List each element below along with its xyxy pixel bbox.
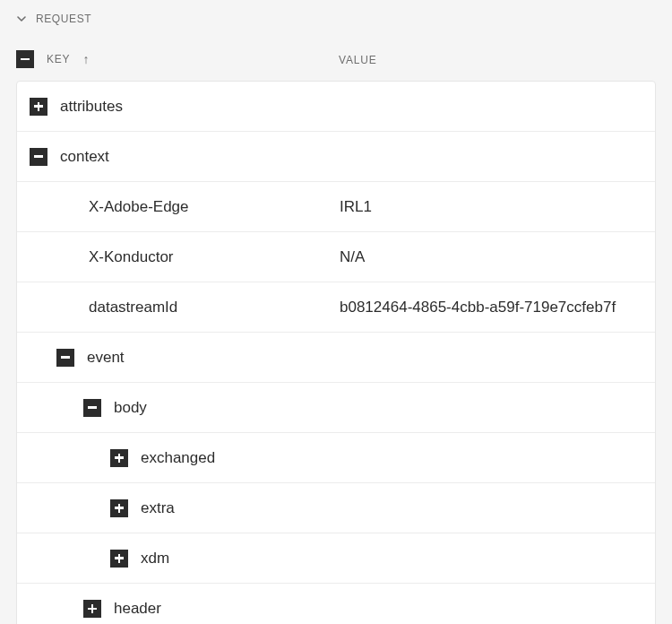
- tree-key: body: [114, 399, 147, 417]
- table-columns-header: KEY ↑ VALUE: [0, 38, 672, 81]
- expand-icon[interactable]: [110, 449, 128, 467]
- expand-icon[interactable]: [30, 98, 47, 116]
- tree-row-x-konductor[interactable]: X-Konductor N/A: [17, 232, 655, 282]
- column-key-label[interactable]: KEY: [47, 53, 70, 65]
- tree-key: context: [60, 148, 109, 166]
- tree-key: attributes: [60, 98, 123, 116]
- tree-key: X-Konductor: [89, 248, 174, 266]
- tree-key: xdm: [141, 550, 169, 568]
- tree-row-event[interactable]: event: [17, 333, 655, 383]
- chevron-down-icon: [16, 13, 27, 24]
- collapse-all-toggle[interactable]: [16, 50, 34, 68]
- tree-value: b0812464-4865-4cbb-a59f-719e7ccfeb7f: [340, 299, 642, 316]
- collapse-icon[interactable]: [56, 349, 74, 367]
- tree-key: X-Adobe-Edge: [89, 198, 189, 216]
- request-tree: attributes context X-Adobe-Edge IRL1 X-K…: [16, 81, 656, 624]
- tree-row-x-adobe-edge[interactable]: X-Adobe-Edge IRL1: [17, 182, 655, 232]
- expand-icon[interactable]: [83, 600, 101, 618]
- tree-value: N/A: [340, 248, 642, 266]
- tree-row-header[interactable]: header: [17, 584, 655, 624]
- column-value-label[interactable]: VALUE: [339, 54, 376, 66]
- tree-key: event: [87, 349, 125, 367]
- tree-key: datastreamId: [89, 299, 177, 316]
- expand-icon[interactable]: [110, 550, 128, 568]
- tree-key: extra: [141, 499, 175, 517]
- tree-row-exchanged[interactable]: exchanged: [17, 433, 655, 483]
- tree-row-extra[interactable]: extra: [17, 483, 655, 533]
- collapse-icon[interactable]: [83, 399, 101, 417]
- section-header[interactable]: REQUEST: [0, 0, 672, 38]
- tree-row-body[interactable]: body: [17, 383, 655, 433]
- tree-row-attributes[interactable]: attributes: [17, 82, 655, 132]
- tree-row-context[interactable]: context: [17, 132, 655, 182]
- tree-row-xdm[interactable]: xdm: [17, 533, 655, 584]
- tree-row-datastream-id[interactable]: datastreamId b0812464-4865-4cbb-a59f-719…: [17, 282, 655, 333]
- tree-key: header: [114, 600, 161, 618]
- sort-ascending-icon[interactable]: ↑: [82, 53, 89, 65]
- collapse-icon[interactable]: [30, 148, 47, 166]
- tree-value: IRL1: [340, 198, 642, 216]
- section-title: REQUEST: [36, 13, 91, 25]
- tree-key: exchanged: [141, 449, 215, 467]
- expand-icon[interactable]: [110, 499, 128, 517]
